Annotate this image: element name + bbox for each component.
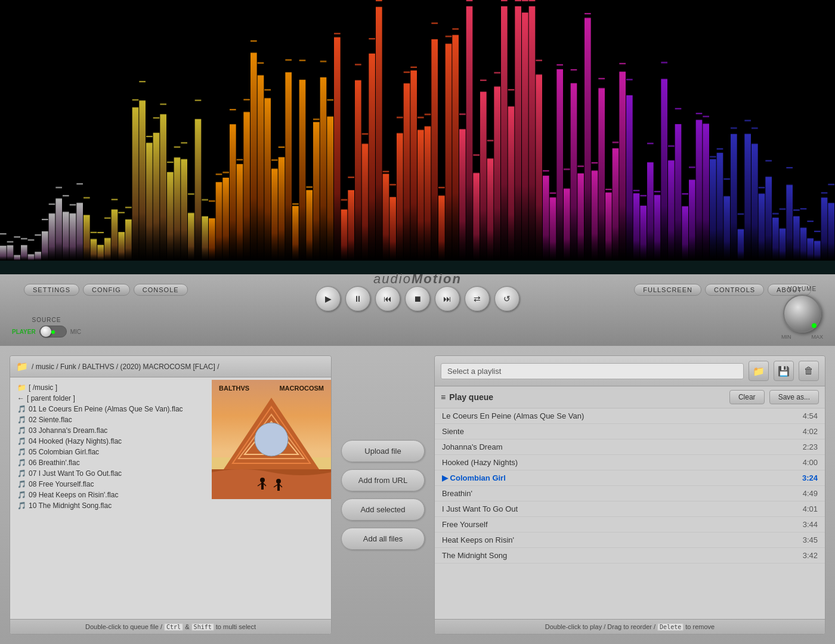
volume-knob-container xyxy=(783,295,821,333)
shuffle-button[interactable]: ⇄ xyxy=(465,286,490,311)
volume-area: VOLUME MIN MAX xyxy=(781,286,823,340)
app-title: audioMotion xyxy=(373,271,462,287)
note-icon: 🎵 xyxy=(17,501,26,510)
file-list-left: 📁 [ /music ] ← [ parent folder ] 🎵 01 Le… xyxy=(10,380,212,617)
delete-playlist-button[interactable]: 🗑 xyxy=(799,361,819,381)
ctrl-key: Ctrl xyxy=(164,623,183,631)
bottom-panel: 📁 / music / Funk / BALTHVS / (2020) MACR… xyxy=(0,346,835,644)
queue-actions: Clear Save as... xyxy=(729,390,819,404)
queue-list-icon: ≡ xyxy=(441,392,446,402)
prev-button[interactable]: ⏮ xyxy=(375,286,400,311)
delete-key: Delete xyxy=(657,623,684,631)
file-browser-footer: Double-click to queue file / Ctrl & Shif… xyxy=(10,619,331,634)
console-button[interactable]: CONSOLE xyxy=(134,284,188,296)
queue-subheader: ≡ Play queue Clear Save as... xyxy=(435,386,825,408)
app-title-audio: audio xyxy=(373,271,412,286)
save-as-button[interactable]: Save as... xyxy=(769,390,819,404)
spectrum-canvas xyxy=(0,0,835,274)
source-label: SOURCE xyxy=(32,317,61,323)
note-icon: 🎵 xyxy=(17,416,26,424)
clear-button[interactable]: Clear xyxy=(729,390,765,404)
list-item[interactable]: 🎵 06 Breathin'.flac xyxy=(15,457,207,468)
queue-item-current[interactable]: ▶ Colombian Girl 3:24 xyxy=(435,470,825,486)
parent-folder-item[interactable]: ← [ parent folder ] xyxy=(15,393,207,404)
breadcrumb: / music / Funk / BALTHVS / (2020) MACROC… xyxy=(32,363,219,371)
queue-footer: Double-click to play / Drag to reorder /… xyxy=(435,619,825,634)
album-art-canvas xyxy=(212,380,331,499)
note-icon: 🎵 xyxy=(17,448,26,456)
queue-title-text: Play queue xyxy=(449,392,493,402)
volume-label: VOLUME xyxy=(788,286,817,292)
list-item[interactable]: 🎵 09 Heat Keeps on Risin'.flac xyxy=(15,490,207,500)
playback-controls: ▶ ⏸ ⏮ ⏹ ⏭ ⇄ ↺ xyxy=(316,286,519,311)
queue-title: ≡ Play queue xyxy=(441,392,493,402)
volume-knob[interactable] xyxy=(783,295,821,333)
volume-max-label: MAX xyxy=(811,334,823,340)
queue-panel: Select a playlist 📁 💾 🗑 ≡ Play queue Cle… xyxy=(434,355,825,634)
controls-button[interactable]: CONTROLS xyxy=(705,284,764,296)
volume-dot xyxy=(812,323,817,328)
settings-button[interactable]: SETTINGS xyxy=(24,284,79,296)
list-item[interactable]: 🎵 02 Siente.flac xyxy=(15,414,207,425)
volume-min-label: MIN xyxy=(781,334,791,340)
upload-file-button[interactable]: Upload file xyxy=(341,440,425,462)
queue-item[interactable]: I Just Want To Go Out 4:01 xyxy=(435,501,825,517)
queue-item[interactable]: Free Yourself 3:44 xyxy=(435,517,825,532)
add-from-url-button[interactable]: Add from URL xyxy=(341,469,425,491)
source-area: SOURCE PLAYER MIC xyxy=(12,317,81,338)
queue-item[interactable]: Hooked (Hazy Nights) 4:00 xyxy=(435,455,825,470)
config-button[interactable]: CONFIG xyxy=(83,284,130,296)
shift-key: Shift xyxy=(191,623,214,631)
list-item[interactable]: 🎵 05 Colombian Girl.flac xyxy=(15,447,207,457)
source-toggle-row: PLAYER MIC xyxy=(12,326,81,338)
middle-actions: Upload file Add from URL Add selected Ad… xyxy=(341,355,425,634)
source-toggle[interactable] xyxy=(39,326,67,338)
toggle-indicator xyxy=(51,330,55,334)
left-nav-buttons: SETTINGS CONFIG CONSOLE xyxy=(24,284,188,296)
note-icon: 🎵 xyxy=(17,480,26,488)
list-item[interactable]: 🎵 01 Le Coeurs En Peine (Almas Que Se Va… xyxy=(15,404,207,414)
player-label: PLAYER xyxy=(12,329,36,335)
fullscreen-button[interactable]: FULLSCREEN xyxy=(634,284,701,296)
list-item[interactable]: 🎵 03 Johanna's Dream.flac xyxy=(15,425,207,436)
repeat-button[interactable]: ↺ xyxy=(494,286,519,311)
next-button[interactable]: ⏭ xyxy=(435,286,460,311)
add-all-files-button[interactable]: Add all files xyxy=(341,528,425,550)
file-list: 📁 [ /music ] ← [ parent folder ] 🎵 01 Le… xyxy=(10,377,331,619)
album-art xyxy=(212,380,331,499)
queue-item[interactable]: Heat Keeps on Risin' 3:45 xyxy=(435,532,825,548)
volume-min-max: MIN MAX xyxy=(781,334,823,340)
file-browser: 📁 / music / Funk / BALTHVS / (2020) MACR… xyxy=(10,355,332,634)
mic-label: MIC xyxy=(70,329,81,335)
note-icon: 🎵 xyxy=(17,437,26,445)
save-playlist-button[interactable]: 💾 xyxy=(774,361,794,381)
queue-list: Le Coeurs En Peine (Almas Que Se Van) 4:… xyxy=(435,408,825,619)
root-folder-item[interactable]: 📁 [ /music ] xyxy=(15,382,207,393)
root-folder-label: [ /music ] xyxy=(29,383,57,392)
controls-bar: SETTINGS CONFIG CONSOLE audioMotion FULL… xyxy=(0,274,835,346)
list-item[interactable]: 🎵 08 Free Yourself.flac xyxy=(15,479,207,490)
parent-folder-label: [ parent folder ] xyxy=(27,394,75,402)
note-icon: 🎵 xyxy=(17,405,26,413)
list-item[interactable]: 🎵 07 I Just Want To Go Out.flac xyxy=(15,468,207,479)
stop-button[interactable]: ⏹ xyxy=(405,286,430,311)
queue-item[interactable]: Le Coeurs En Peine (Almas Que Se Van) 4:… xyxy=(435,408,825,424)
playlist-select[interactable]: Select a playlist xyxy=(441,363,744,379)
back-arrow-icon: ← xyxy=(17,394,24,402)
queue-item[interactable]: Breathin' 4:49 xyxy=(435,486,825,501)
file-browser-header: 📁 / music / Funk / BALTHVS / (2020) MACR… xyxy=(10,356,331,377)
play-button[interactable]: ▶ xyxy=(316,286,341,311)
queue-item[interactable]: Siente 4:02 xyxy=(435,424,825,439)
folder-icon: 📁 xyxy=(16,361,28,372)
note-icon: 🎵 xyxy=(17,469,26,478)
pause-button[interactable]: ⏸ xyxy=(345,286,370,311)
open-playlist-button[interactable]: 📁 xyxy=(749,361,769,381)
list-item[interactable]: 🎵 04 Hooked (Hazy Nights).flac xyxy=(15,436,207,447)
toggle-knob xyxy=(41,326,51,337)
queue-item[interactable]: The Midnight Song 3:42 xyxy=(435,548,825,564)
visualizer xyxy=(0,0,835,274)
queue-item[interactable]: Johanna's Dream 2:23 xyxy=(435,439,825,455)
add-selected-button[interactable]: Add selected xyxy=(341,499,425,521)
note-icon: 🎵 xyxy=(17,426,26,435)
list-item[interactable]: 🎵 10 The Midnight Song.flac xyxy=(15,500,207,511)
